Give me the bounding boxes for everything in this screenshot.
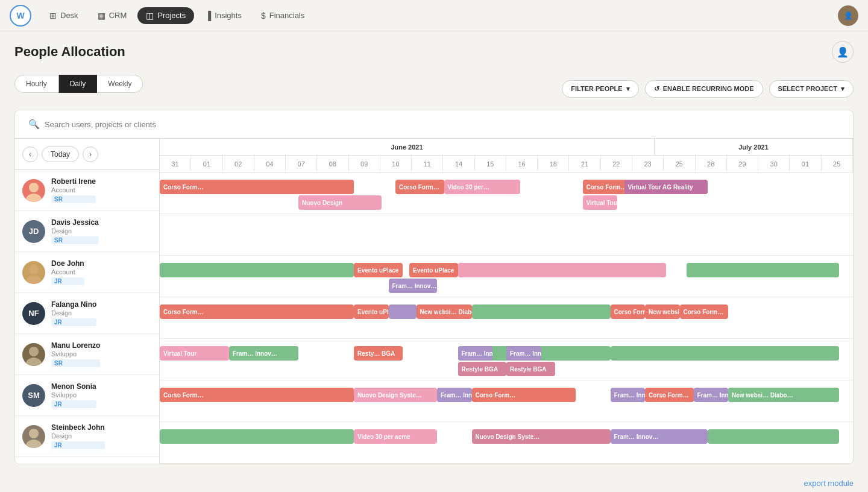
person-role-manu: SR — [51, 359, 100, 367]
event-new-websi-menon[interactable]: New websi… Diabo… — [728, 388, 839, 402]
event-corso-menon-3[interactable]: Corso Form… — [645, 388, 694, 402]
day-04: 04 — [254, 156, 286, 172]
event-green-steinbeck-2[interactable] — [708, 429, 840, 444]
event-virtual-tour-1[interactable]: Virtual Tour — [583, 195, 618, 210]
event-evento-uplace-1[interactable]: Evento uPlace — [354, 263, 403, 277]
person-dept-roberti: Account — [51, 186, 96, 194]
event-purple-falanga[interactable] — [389, 304, 417, 319]
event-fram-innov-1[interactable]: Fram… Innov… — [389, 279, 438, 293]
nav-item-insights[interactable]: ▐ Insights — [197, 7, 250, 24]
search-input[interactable] — [45, 120, 840, 129]
people-column: ‹ Today › Roberti Irene Account SR — [15, 139, 160, 464]
day-10: 10 — [380, 156, 412, 172]
person-row-falanga: NF Falanga Nino Design JR — [15, 293, 159, 334]
user-settings-icon[interactable]: 👤 — [832, 41, 854, 63]
toggle-daily[interactable]: Daily — [58, 75, 98, 93]
events-roberti: Corso Form… Nuovo Design Corso Form… Vid… — [160, 172, 853, 213]
event-fram-innov-menon-2[interactable]: Fram… Innov… — [611, 388, 646, 402]
calendar-grid: ‹ Today › Roberti Irene Account SR — [15, 139, 853, 464]
person-info-doe: Doe John Account JR — [51, 259, 84, 285]
enable-recurring-button[interactable]: ↺ ENABLE RECURRING MODE — [645, 80, 763, 98]
nav-item-financials[interactable]: $ Financials — [253, 7, 313, 24]
event-corso-form-3[interactable]: Corso Form… — [583, 180, 632, 194]
nav-item-desk[interactable]: ⊞ Desk — [41, 7, 87, 24]
event-fram-innov-menon-3[interactable]: Fram… Innov… — [694, 388, 729, 402]
event-corso-falanga-2[interactable]: Corso Form… — [611, 304, 646, 319]
app-logo[interactable]: W — [10, 5, 31, 27]
event-fram-innov-manu-2[interactable]: Fram… Innov… — [458, 346, 493, 361]
event-virtual-tour-manu[interactable]: Virtual Tour — [160, 346, 229, 361]
svg-point-0 — [29, 183, 39, 192]
month-header-row: June 2021 July 2021 — [160, 139, 853, 156]
event-ag-reality[interactable]: Virtual Tour AG Reality — [624, 180, 708, 194]
event-corso-menon-2[interactable]: Corso Form… — [472, 388, 576, 402]
user-avatar[interactable]: 👤 — [838, 5, 858, 26]
select-project-button[interactable]: SELECT PROJECT ▾ — [769, 80, 854, 98]
person-row-manu: Manu Lorenzo Sviluppo SR — [15, 334, 159, 375]
event-restyle-bga-manu-3[interactable]: Restyle BGA — [506, 362, 555, 376]
person-dept-menon: Sviluppo — [51, 391, 96, 399]
event-green-manu-2[interactable] — [611, 346, 840, 361]
avatar-steinbeck — [22, 425, 45, 448]
cal-row-manu: Virtual Tour Fram… Innov… Resty… BGA Res… — [160, 339, 853, 380]
person-dept-doe: Account — [51, 268, 84, 276]
next-button[interactable]: › — [83, 147, 98, 162]
event-restyle-bga-manu-2[interactable]: Restyle BGA — [458, 362, 507, 376]
export-module-link[interactable]: export module — [804, 479, 854, 488]
today-button[interactable]: Today — [42, 147, 79, 162]
event-pink-doe[interactable] — [458, 263, 666, 277]
nav-item-crm[interactable]: ▦ CRM — [89, 7, 136, 24]
event-video-steinbeck[interactable]: Video 30 per acme — [354, 429, 437, 444]
event-corso-menon-1[interactable]: Corso Form… — [160, 388, 354, 402]
person-info-steinbeck: Steinbeck John Design JR — [51, 423, 105, 449]
person-name-davis: Davis Jessica — [51, 218, 99, 227]
day-07: 07 — [286, 156, 317, 172]
day-29: 29 — [727, 156, 758, 172]
events-steinbeck: Video 30 per acme Nuovo Design Syste… Fr… — [160, 422, 853, 463]
event-green-doe-2[interactable] — [687, 263, 839, 277]
cal-row-davis — [160, 214, 853, 256]
day-09: 09 — [349, 156, 380, 172]
event-evento-falanga[interactable]: Evento uPlace — [354, 304, 389, 319]
event-resty-bga-manu-1[interactable]: Resty… BGA — [354, 346, 403, 361]
event-green-steinbeck-1[interactable] — [160, 429, 354, 444]
day-25: 25 — [664, 156, 695, 172]
filter-people-button[interactable]: FILTER PEOPLE ▾ — [562, 80, 638, 98]
nav-item-projects[interactable]: ◫ Projects — [137, 7, 194, 24]
person-role-menon: JR — [51, 400, 96, 408]
event-green-falanga[interactable] — [472, 304, 611, 319]
toggle-weekly[interactable]: Weekly — [97, 75, 143, 93]
event-nuovo-design-steinbeck[interactable]: Nuovo Design Syste… — [472, 429, 611, 444]
event-corso-falanga-3[interactable]: Corso Form… — [680, 304, 729, 319]
person-info-falanga: Falanga Nino Design JR — [51, 300, 96, 326]
event-new-websi-falanga-2[interactable]: New websi… Diabo… — [645, 304, 680, 319]
person-role-steinbeck: JR — [51, 441, 105, 449]
event-nuovo-design[interactable]: Nuovo Design — [298, 195, 382, 210]
calendar-scroll[interactable]: June 2021 July 2021 31 01 02 04 07 08 09… — [160, 139, 853, 464]
event-green-doe-1[interactable] — [160, 263, 354, 277]
day-31: 31 — [160, 156, 191, 172]
svg-point-1 — [26, 194, 42, 202]
event-new-websi-falanga[interactable]: New websi… Diabo… — [417, 304, 472, 319]
controls-row: Hourly Daily Weekly FILTER PEOPLE ▾ ↺ EN… — [14, 75, 854, 102]
chevron-down-icon-2: ▾ — [841, 85, 844, 93]
person-dept-davis: Design — [51, 227, 99, 235]
event-fram-innov-steinbeck[interactable]: Fram… Innov… — [611, 429, 708, 444]
event-fram-innov-manu[interactable]: Fram… Innov… — [229, 346, 298, 361]
person-row-menon: SM Menon Sonia Sviluppo JR — [15, 375, 159, 416]
event-corso-falanga-1[interactable]: Corso Form… — [160, 304, 354, 319]
event-video-1[interactable]: Video 30 per… — [444, 180, 521, 194]
event-fram-innov-manu-3[interactable]: Fram… Innov… — [506, 346, 541, 361]
cal-row-falanga: Corso Form… Evento uPlace New websi… Dia… — [160, 297, 853, 339]
event-corso-form-2[interactable]: Corso Form… — [395, 180, 444, 194]
event-evento-uplace-2[interactable]: Evento uPlace — [409, 263, 458, 277]
person-row-davis: JD Davis Jessica Design SR — [15, 211, 159, 252]
prev-button[interactable]: ‹ — [22, 147, 38, 162]
event-corso-form-1[interactable]: Corso Form… — [160, 180, 354, 194]
event-nuovo-design-menon[interactable]: Nuovo Design Syste… — [354, 388, 437, 402]
day-15: 15 — [475, 156, 506, 172]
event-fram-innov-menon[interactable]: Fram… Innov… — [437, 388, 472, 402]
toggle-hourly[interactable]: Hourly — [14, 75, 58, 93]
avatar-menon: SM — [22, 384, 45, 407]
person-dept-falanga: Design — [51, 309, 96, 317]
